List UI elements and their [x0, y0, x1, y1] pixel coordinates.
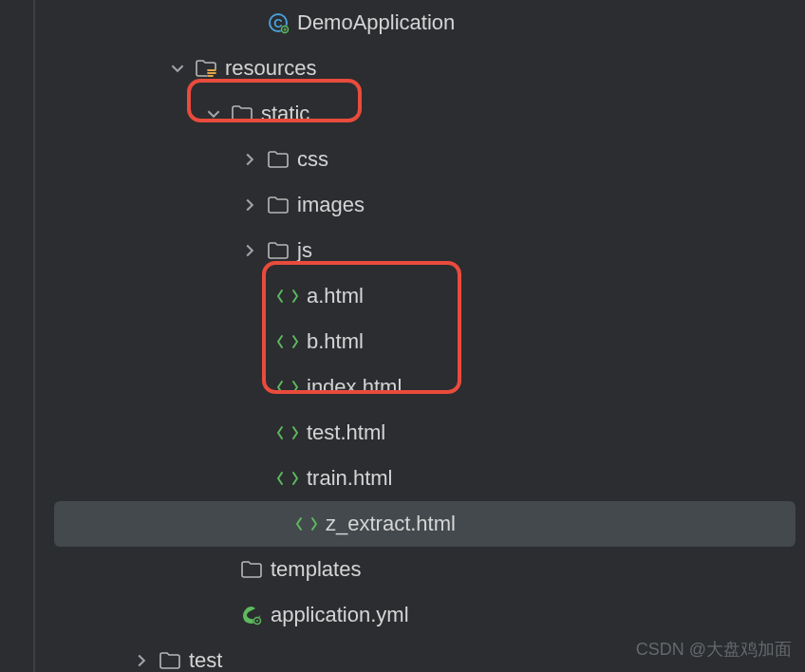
tree-item-label: images	[297, 193, 365, 217]
tree-item-templates[interactable]: templates	[35, 547, 805, 592]
tree-item-label: a.html	[307, 284, 364, 308]
resources-folder-icon	[195, 57, 217, 80]
tree-item-b-html[interactable]: b.html	[35, 319, 805, 364]
chevron-right-icon	[240, 150, 259, 169]
folder-icon	[267, 194, 290, 216]
chevron-down-icon	[204, 104, 223, 123]
tree-item-label: b.html	[307, 329, 364, 354]
watermark: CSDN @大盘鸡加面	[636, 638, 792, 661]
tree-item-label: DemoApplication	[297, 10, 455, 35]
html-file-icon	[276, 467, 299, 490]
folder-icon	[231, 103, 253, 125]
tree-item-test-html[interactable]: test.html	[35, 410, 805, 456]
tree-item-label: train.html	[307, 466, 392, 491]
project-tree[interactable]: C DemoApplication resources static css i…	[33, 0, 805, 672]
tree-item-images[interactable]: images	[35, 182, 805, 228]
tree-item-label: application.yml	[271, 603, 409, 627]
tree-item-application-yml[interactable]: application.yml	[35, 592, 805, 638]
tree-item-label: templates	[271, 557, 361, 582]
html-file-icon	[276, 330, 299, 353]
tree-item-train-html[interactable]: train.html	[35, 456, 805, 501]
tree-item-index-html[interactable]: index.html	[35, 364, 805, 410]
class-icon: C	[267, 11, 290, 34]
folder-icon	[267, 148, 290, 171]
tree-item-label: static	[261, 102, 309, 126]
html-file-icon	[276, 421, 299, 444]
tree-item-label: z_extract.html	[326, 512, 456, 536]
tree-item-z-extract-html[interactable]: z_extract.html	[54, 501, 796, 547]
chevron-right-icon	[240, 196, 259, 215]
tree-item-label: test	[189, 648, 222, 672]
folder-icon	[159, 649, 181, 672]
tree-item-label: css	[297, 147, 328, 172]
tree-item-css[interactable]: css	[35, 137, 805, 182]
chevron-right-icon	[240, 241, 259, 260]
tree-item-static[interactable]: static	[35, 91, 805, 137]
html-file-icon	[276, 285, 299, 308]
tree-item-resources[interactable]: resources	[35, 46, 805, 91]
tree-item-label: index.html	[307, 375, 402, 400]
tree-item-label: js	[297, 238, 312, 263]
folder-icon	[267, 239, 290, 262]
tree-item-a-html[interactable]: a.html	[35, 273, 805, 319]
html-file-icon	[295, 513, 318, 535]
html-file-icon	[276, 376, 299, 399]
folder-icon	[240, 558, 263, 581]
tree-item-demo-application[interactable]: C DemoApplication	[35, 0, 805, 46]
svg-point-7	[256, 620, 258, 622]
chevron-right-icon	[132, 651, 151, 670]
tree-item-label: test.html	[307, 420, 385, 445]
tree-item-label: resources	[225, 56, 317, 81]
tree-item-js[interactable]: js	[35, 228, 805, 273]
spring-config-icon	[240, 604, 263, 626]
chevron-down-icon	[168, 59, 187, 78]
